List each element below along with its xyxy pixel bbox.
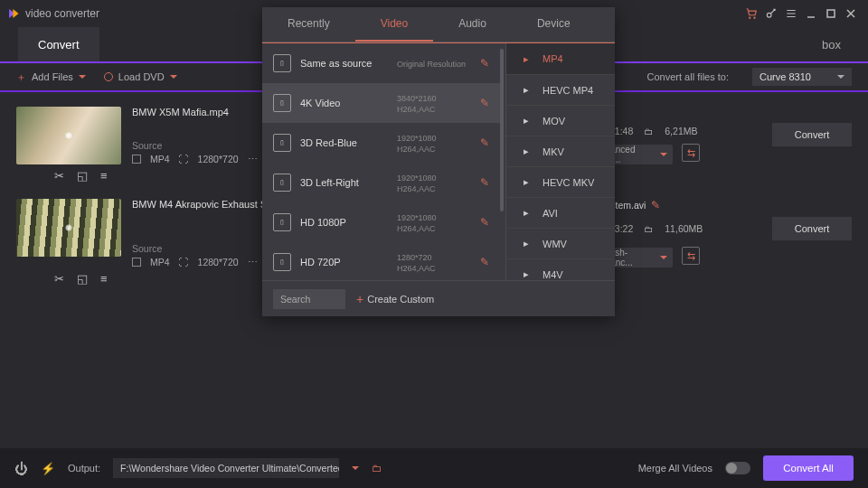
- tab-convert[interactable]: Convert: [18, 27, 99, 61]
- preset-resolution: 1280*720: [397, 253, 475, 262]
- edit-icon[interactable]: ✎: [651, 199, 660, 211]
- more-icon[interactable]: ⋯: [248, 257, 258, 267]
- key-icon[interactable]: [761, 4, 781, 23]
- tab-toolbox[interactable]: box: [802, 27, 868, 61]
- output-size: 6,21MB: [665, 126, 697, 136]
- convert-all-button[interactable]: Convert All: [763, 455, 854, 481]
- preset-row[interactable]: ▯ 3D Red-Blue 1920*1080H264,AAC ✎: [262, 123, 500, 163]
- preset-row[interactable]: ▯ 3D Left-Right 1920*1080H264,AAC ✎: [262, 163, 500, 202]
- close-button[interactable]: [841, 4, 861, 23]
- preset-edit-icon[interactable]: ✎: [480, 136, 489, 149]
- expand-icon: ⛶: [179, 257, 189, 267]
- cut-icon[interactable]: ✂: [54, 272, 64, 286]
- preset-edit-icon[interactable]: ✎: [480, 176, 489, 189]
- preset-edit-icon[interactable]: ✎: [480, 256, 489, 268]
- popup-tab-device[interactable]: Device: [512, 7, 596, 42]
- crop-icon[interactable]: ◱: [77, 272, 88, 286]
- preset-name: HD 1080P: [300, 217, 397, 228]
- video-thumbnail[interactable]: [16, 199, 121, 257]
- preset-row[interactable]: ▯ HD 720P 1280*720H264,AAC ✎: [262, 242, 500, 280]
- svg-point-2: [750, 17, 750, 18]
- preset-edit-icon[interactable]: ✎: [480, 216, 489, 229]
- convert-button[interactable]: Convert: [772, 123, 852, 146]
- create-custom-button[interactable]: +Create Custom: [356, 292, 434, 306]
- preset-resolution: 1920*1080: [397, 134, 475, 143]
- svg-marker-1: [13, 9, 18, 18]
- preset-name: Same as source: [300, 58, 397, 69]
- format-popup: Recently Video Audio Device ▯ Same as so…: [262, 7, 615, 316]
- format-name: HEVC MKV: [542, 177, 594, 188]
- cart-icon[interactable]: [741, 4, 761, 23]
- format-row[interactable]: ▸HEVC MKV: [506, 166, 615, 197]
- preset-resolution: Original Resolution: [397, 60, 475, 69]
- source-resolution: 1280*720: [198, 257, 239, 267]
- more-icon[interactable]: ⋯: [248, 154, 258, 164]
- preset-edit-icon[interactable]: ✎: [480, 57, 489, 70]
- preset-name: 4K Video: [300, 98, 397, 108]
- preset-options-button[interactable]: ⇆: [682, 247, 700, 265]
- convert-button[interactable]: Convert: [772, 217, 852, 240]
- format-icon: ▸: [519, 176, 533, 189]
- shutdown-icon[interactable]: ⏻: [14, 461, 28, 476]
- format-row[interactable]: ▸HEVC MP4: [506, 74, 615, 105]
- convert-all-preset-dropdown[interactable]: Curve 8310: [752, 68, 852, 86]
- flash-icon[interactable]: ⚡: [41, 462, 55, 475]
- format-icon: ▸: [519, 84, 533, 97]
- output-path-field[interactable]: F:\Wondershare Video Converter Ultimate\…: [113, 458, 339, 478]
- folder-icon: 🗀: [644, 126, 654, 136]
- scrollbar[interactable]: [500, 49, 504, 211]
- popup-tab-recently[interactable]: Recently: [262, 7, 355, 42]
- format-icon: [132, 258, 141, 267]
- crop-icon[interactable]: ◱: [77, 169, 88, 183]
- output-label: Output:: [68, 463, 100, 474]
- add-files-button[interactable]: ＋Add Files: [16, 70, 86, 84]
- source-format: MP4: [150, 257, 170, 267]
- preset-options-button[interactable]: ⇆: [682, 144, 700, 162]
- adjust-icon[interactable]: ≡: [100, 169, 108, 183]
- merge-toggle[interactable]: [725, 462, 750, 474]
- preset-codec: H264,AAC: [397, 105, 475, 114]
- open-folder-icon[interactable]: 🗀: [372, 463, 382, 474]
- output-size: 11,60MB: [665, 223, 703, 234]
- preset-row[interactable]: ▯ Same as source Original Resolution ✎: [262, 43, 500, 83]
- cut-icon[interactable]: ✂: [54, 169, 64, 183]
- video-thumbnail[interactable]: [16, 107, 121, 164]
- format-icon: [132, 155, 141, 164]
- format-list: ▸MP4▸HEVC MP4▸MOV▸MKV▸HEVC MKV▸AVI▸WMV▸M…: [506, 43, 615, 280]
- load-dvd-button[interactable]: Load DVD: [104, 71, 177, 82]
- folder-icon: 🗀: [644, 223, 654, 234]
- format-name: HEVC MP4: [542, 85, 593, 96]
- preset-icon: ▯: [273, 213, 291, 231]
- format-row[interactable]: ▸M4V: [506, 258, 615, 280]
- format-icon: ▸: [519, 145, 533, 158]
- format-row[interactable]: ▸WMV: [506, 228, 615, 258]
- format-row[interactable]: ▸MKV: [506, 136, 615, 166]
- preset-edit-icon[interactable]: ✎: [480, 97, 489, 109]
- format-name: MP4: [542, 53, 563, 64]
- maximize-button[interactable]: [821, 4, 841, 23]
- preset-codec: H264,AAC: [397, 224, 475, 233]
- format-name: M4V: [542, 269, 563, 280]
- preset-codec: H264,AAC: [397, 184, 475, 193]
- format-row[interactable]: ▸MOV: [506, 105, 615, 136]
- popup-tab-audio[interactable]: Audio: [433, 7, 512, 42]
- merge-label: Merge All Videos: [638, 463, 712, 474]
- preset-row[interactable]: ▯ HD 1080P 1920*1080H264,AAC ✎: [262, 202, 500, 242]
- preset-resolution: 1920*1080: [397, 174, 475, 183]
- menu-icon[interactable]: [781, 4, 801, 23]
- adjust-icon[interactable]: ≡: [100, 272, 108, 286]
- preset-icon: ▯: [273, 174, 291, 192]
- source-format: MP4: [150, 154, 170, 164]
- minimize-button[interactable]: [801, 4, 821, 23]
- output-path-dropdown[interactable]: [352, 466, 359, 470]
- preset-row[interactable]: ▯ 4K Video 3840*2160H264,AAC ✎: [262, 83, 500, 123]
- format-name: MKV: [542, 146, 564, 157]
- search-input[interactable]: Search: [273, 289, 345, 309]
- svg-rect-5: [827, 10, 835, 17]
- format-row[interactable]: ▸MP4: [506, 43, 615, 74]
- popup-tab-video[interactable]: Video: [355, 7, 433, 42]
- expand-icon: ⛶: [179, 154, 189, 164]
- format-row[interactable]: ▸AVI: [506, 197, 615, 228]
- app-title: video converter: [25, 7, 99, 20]
- format-icon: ▸: [519, 238, 533, 250]
